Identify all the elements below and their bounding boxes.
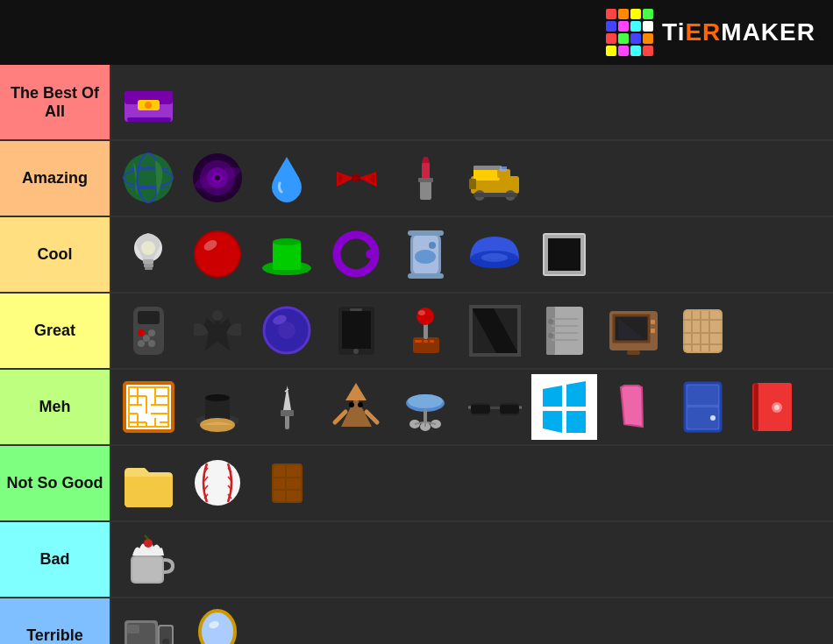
svg-point-40	[366, 250, 374, 258]
tier-items-bad	[110, 522, 833, 597]
svg-rect-70	[415, 340, 422, 343]
svg-point-117	[349, 402, 354, 407]
svg-rect-18	[418, 178, 433, 182]
svg-rect-121	[424, 409, 427, 422]
list-item	[324, 222, 389, 287]
svg-marker-137	[566, 381, 586, 407]
tier-label-cool: Cool	[0, 217, 110, 292]
svg-rect-51	[548, 238, 580, 271]
svg-rect-21	[473, 166, 502, 170]
tier-items-great	[110, 294, 833, 368]
svg-point-60	[212, 310, 223, 321]
tier-label-great: Great	[0, 294, 110, 368]
svg-point-43	[415, 250, 436, 264]
tier-label-bad: Bad	[0, 522, 110, 597]
svg-point-64	[278, 322, 295, 339]
svg-point-59	[143, 335, 150, 342]
svg-rect-66	[342, 311, 371, 349]
svg-rect-83	[552, 332, 578, 334]
list-item	[185, 603, 251, 644]
svg-point-3	[145, 102, 152, 109]
svg-rect-31	[145, 267, 153, 270]
list-item	[670, 298, 736, 364]
tier-items-notgood	[110, 446, 833, 520]
svg-rect-26	[473, 193, 517, 197]
svg-point-38	[273, 238, 301, 245]
svg-point-120	[408, 394, 443, 408]
svg-point-74	[416, 308, 434, 325]
tier-items-cool	[110, 217, 833, 292]
tier-row-bad: Bad	[0, 522, 833, 598]
tier-label-notgood: Not So Good	[0, 446, 110, 520]
svg-rect-80	[546, 307, 555, 355]
tier-label-best: The Best Of All	[0, 65, 110, 139]
svg-point-5	[124, 153, 173, 202]
list-item	[601, 374, 666, 440]
tier-items-amazing	[110, 141, 833, 216]
list-item	[254, 374, 320, 440]
tier-row-great: Great	[0, 294, 833, 370]
svg-rect-23	[500, 166, 507, 172]
list-item	[116, 450, 182, 516]
list-item	[393, 145, 459, 211]
list-item	[462, 145, 528, 211]
tier-label-amazing: Amazing	[0, 141, 110, 216]
tier-items-meh	[110, 370, 833, 444]
list-item	[393, 298, 459, 364]
list-item	[185, 222, 251, 287]
tier-row-cool: Cool	[0, 217, 833, 294]
svg-rect-131	[471, 405, 490, 414]
svg-rect-165	[132, 557, 162, 582]
list-item	[116, 69, 182, 135]
list-item	[185, 374, 251, 440]
svg-rect-92	[651, 329, 655, 333]
list-item	[116, 603, 182, 644]
svg-rect-160	[274, 465, 301, 501]
list-item	[531, 222, 597, 287]
list-item	[116, 298, 182, 364]
tier-items-best	[110, 65, 833, 139]
svg-rect-69	[413, 337, 439, 353]
list-item	[254, 450, 320, 516]
tiermaker-logo: TiERMAKER	[606, 9, 815, 56]
list-item	[324, 298, 389, 364]
list-item	[116, 145, 182, 211]
svg-marker-139	[566, 411, 586, 433]
list-item	[116, 374, 182, 440]
svg-marker-17	[422, 157, 430, 163]
list-item	[601, 298, 666, 364]
list-item	[531, 374, 597, 440]
svg-line-167	[145, 535, 148, 539]
list-item	[116, 222, 182, 287]
header: TiERMAKER	[0, 0, 833, 65]
list-item	[185, 450, 251, 516]
svg-rect-175	[127, 625, 139, 633]
svg-point-67	[353, 349, 359, 354]
list-item	[393, 222, 459, 287]
list-item	[324, 145, 389, 211]
svg-rect-27	[469, 179, 476, 189]
tier-row-amazing: Amazing	[0, 141, 833, 217]
svg-rect-4	[127, 117, 171, 122]
svg-rect-15	[420, 180, 431, 200]
list-item	[116, 527, 182, 592]
svg-point-166	[144, 539, 153, 548]
svg-point-58	[148, 340, 155, 347]
list-item	[185, 298, 251, 364]
list-item	[254, 145, 320, 211]
svg-point-32	[141, 241, 155, 255]
svg-rect-45	[408, 230, 444, 236]
svg-rect-81	[552, 318, 578, 320]
svg-rect-30	[144, 264, 153, 267]
svg-rect-110	[281, 410, 294, 416]
svg-rect-82	[552, 325, 578, 327]
svg-marker-116	[345, 383, 367, 400]
svg-rect-37	[273, 242, 301, 270]
svg-point-118	[358, 402, 363, 407]
svg-point-49	[481, 253, 508, 262]
svg-point-150	[195, 460, 240, 506]
svg-rect-29	[143, 259, 153, 264]
svg-point-55	[138, 329, 145, 336]
svg-line-114	[335, 412, 345, 422]
svg-point-75	[418, 310, 425, 315]
